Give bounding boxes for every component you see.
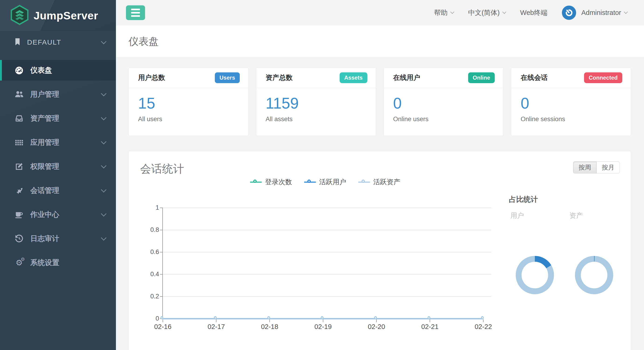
card-title: 资产总数 bbox=[266, 73, 293, 82]
sidebar: JumpServer DEFAULT 仪表盘 bbox=[0, 0, 116, 350]
x-axis-tick bbox=[216, 319, 216, 322]
stat-card-users: 用户总数 Users 15 All users bbox=[128, 68, 248, 136]
user-menu[interactable]: Administrator bbox=[581, 9, 627, 17]
sidebar-menu: 仪表盘 用户管理 资产管理 bbox=[0, 54, 116, 273]
main-area: 帮助 中文(简体) Web终端 Administrator bbox=[116, 0, 644, 350]
user-avatar[interactable] bbox=[562, 6, 576, 20]
sidebar-item-permissions[interactable]: 权限管理 bbox=[0, 156, 116, 177]
top-nav-links: 帮助 中文(简体) Web终端 Administrator bbox=[420, 6, 644, 20]
sidebar-item-job-center[interactable]: 作业中心 bbox=[0, 204, 116, 225]
audits-icon bbox=[14, 234, 24, 243]
applications-icon bbox=[14, 138, 24, 147]
y-axis bbox=[162, 208, 163, 319]
sidebar-item-label: 作业中心 bbox=[30, 210, 102, 219]
chevron-down-icon bbox=[101, 91, 106, 96]
chevron-down-icon bbox=[101, 39, 106, 44]
web-terminal-link[interactable]: Web终端 bbox=[520, 8, 548, 18]
app-logo[interactable]: JumpServer bbox=[0, 0, 116, 31]
assets-donut-chart bbox=[575, 256, 613, 294]
ratio-section-title: 占比统计 bbox=[509, 194, 538, 204]
sidebar-item-label: 系统设置 bbox=[30, 258, 106, 268]
card-subtitle: Online sessions bbox=[520, 116, 621, 123]
page-header: 仪表盘 bbox=[116, 26, 644, 58]
sidebar-item-sessions[interactable]: 会话管理 bbox=[0, 180, 116, 201]
y-gridline bbox=[163, 208, 491, 208]
y-axis-label: 0.6 bbox=[136, 248, 159, 256]
y-gridline bbox=[163, 274, 491, 275]
x-axis-tick bbox=[323, 319, 323, 322]
jumpserver-hexagon-logo-icon bbox=[10, 5, 29, 26]
app-window: JumpServer DEFAULT 仪表盘 bbox=[0, 0, 644, 350]
ratio-label-users: 用户 bbox=[510, 211, 524, 220]
org-selector[interactable]: DEFAULT bbox=[0, 31, 116, 54]
sidebar-item-label: 应用管理 bbox=[30, 138, 102, 147]
status-badge: Connected bbox=[584, 72, 622, 83]
sidebar-item-label: 仪表盘 bbox=[30, 65, 106, 75]
sessions-icon bbox=[14, 186, 24, 195]
page-title: 仪表盘 bbox=[128, 35, 158, 48]
chevron-down-icon bbox=[101, 139, 106, 144]
app-title: JumpServer bbox=[34, 9, 98, 22]
card-title: 在线会话 bbox=[520, 73, 548, 82]
chevron-down-icon bbox=[450, 10, 454, 14]
card-value: 15 bbox=[138, 95, 239, 112]
y-axis-label: 0.8 bbox=[136, 226, 159, 233]
permissions-icon bbox=[14, 162, 24, 171]
sidebar-item-label: 日志审计 bbox=[30, 234, 102, 243]
card-subtitle: All users bbox=[138, 116, 239, 123]
chevron-down-icon bbox=[101, 187, 106, 192]
y-axis-label: 1 bbox=[136, 204, 159, 211]
y-axis-label: 0.4 bbox=[136, 271, 159, 278]
chevron-down-icon bbox=[101, 115, 106, 120]
card-title: 在线用户 bbox=[393, 73, 420, 82]
y-axis-label: 0.2 bbox=[136, 293, 159, 300]
y-axis-label: 0 bbox=[136, 315, 159, 322]
sidebar-item-settings[interactable]: ⚙⚙ 系统设置 bbox=[0, 252, 116, 273]
help-menu[interactable]: 帮助 bbox=[434, 8, 454, 18]
sidebar-item-assets[interactable]: 资产管理 bbox=[0, 108, 116, 129]
x-axis-tick bbox=[483, 319, 484, 322]
data-point-marker bbox=[160, 316, 163, 319]
sidebar-item-applications[interactable]: 应用管理 bbox=[0, 132, 116, 153]
card-subtitle: All assets bbox=[266, 116, 366, 123]
status-badge: Assets bbox=[340, 72, 367, 83]
card-value: 0 bbox=[393, 95, 494, 112]
status-badge: Users bbox=[215, 72, 240, 83]
data-point-marker bbox=[428, 316, 430, 319]
session-statistics-panel: 会话统计 登录次数活跃用户活跃资产 按周 按月 00.20.40.60.8102… bbox=[128, 151, 631, 350]
card-subtitle: Online users bbox=[393, 116, 494, 123]
sidebar-item-users[interactable]: 用户管理 bbox=[0, 84, 116, 105]
users-icon bbox=[14, 90, 24, 99]
x-axis-tick bbox=[430, 319, 430, 322]
stat-card-online-sessions: 在线会话 Connected 0 Online sessions bbox=[511, 68, 631, 136]
chevron-down-icon bbox=[624, 10, 628, 14]
chevron-down-icon bbox=[101, 235, 106, 240]
x-axis-tick bbox=[376, 319, 377, 322]
power-icon bbox=[562, 6, 576, 19]
y-gridline bbox=[163, 252, 491, 252]
chevron-down-icon bbox=[101, 163, 106, 168]
x-axis-label: 02-22 bbox=[465, 323, 502, 331]
language-menu[interactable]: 中文(简体) bbox=[468, 8, 506, 18]
y-gridline bbox=[163, 296, 491, 297]
org-label: DEFAULT bbox=[27, 38, 102, 46]
y-gridline bbox=[163, 230, 491, 230]
status-badge: Online bbox=[468, 72, 495, 83]
x-axis-tick bbox=[270, 319, 270, 322]
sidebar-item-audits[interactable]: 日志审计 bbox=[0, 228, 116, 249]
stat-card-assets: 资产总数 Assets 1159 All assets bbox=[256, 68, 376, 136]
top-navbar: 帮助 中文(简体) Web终端 Administrator bbox=[116, 0, 644, 26]
dashboard-icon bbox=[14, 66, 24, 75]
x-axis-label: 02-17 bbox=[198, 323, 235, 331]
x-axis-tick bbox=[162, 319, 163, 322]
sidebar-item-label: 会话管理 bbox=[30, 186, 102, 195]
line-chart: 00.20.40.60.8102-1602-1702-1802-1902-200… bbox=[129, 151, 631, 350]
sidebar-item-dashboard[interactable]: 仪表盘 bbox=[0, 60, 116, 81]
chevron-down-icon bbox=[101, 211, 106, 216]
sidebar-toggle-button[interactable] bbox=[126, 5, 145, 20]
data-point-marker bbox=[481, 316, 484, 319]
jobs-icon bbox=[14, 210, 24, 219]
stat-card-online-users: 在线用户 Online 0 Online users bbox=[384, 68, 504, 136]
card-value: 1159 bbox=[266, 95, 366, 112]
card-title: 用户总数 bbox=[138, 73, 165, 82]
